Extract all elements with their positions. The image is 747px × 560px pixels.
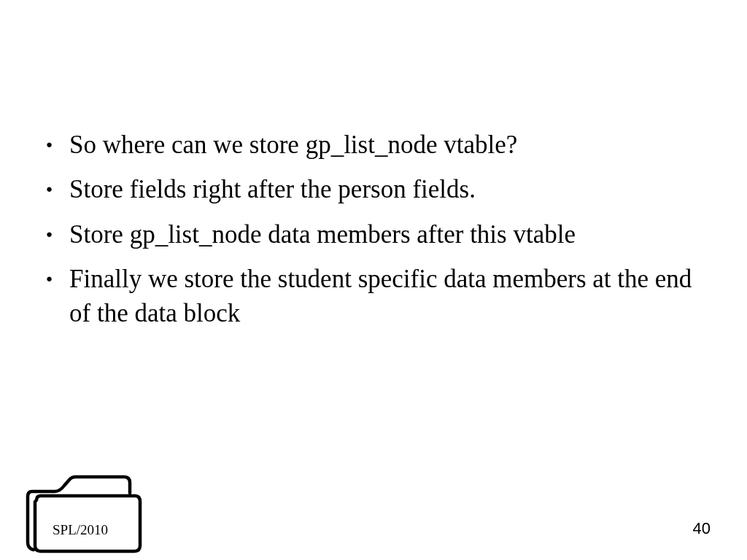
folder-label: SPL/2010 xyxy=(53,522,108,538)
list-item: Store gp_list_node data members after th… xyxy=(40,217,711,252)
list-item: So where can we store gp_list_node vtabl… xyxy=(40,128,711,162)
slide-content: So where can we store gp_list_node vtabl… xyxy=(0,0,747,330)
list-item: Store fields right after the person fiel… xyxy=(40,172,711,206)
list-item: Finally we store the student specific da… xyxy=(40,262,711,331)
folder-icon xyxy=(15,464,146,559)
bullet-list: So where can we store gp_list_node vtabl… xyxy=(40,128,711,330)
page-number: 40 xyxy=(693,519,711,538)
